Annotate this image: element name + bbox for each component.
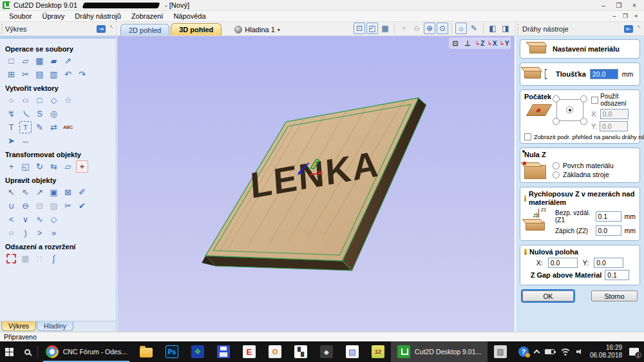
origin-bottom-left-radio[interactable]	[553, 118, 560, 125]
clock[interactable]: 16:29 06.08.2018	[590, 344, 622, 360]
taskbar-app-floppy[interactable]	[211, 341, 236, 362]
start-button[interactable]	[0, 341, 18, 362]
plunge-z-input[interactable]	[596, 225, 621, 236]
tray-expand-icon[interactable]	[534, 350, 540, 356]
menu-napoveda[interactable]: Nápověda	[168, 12, 211, 21]
top-view-z-icon[interactable]: ↳Z	[475, 38, 485, 48]
help-tray-icon[interactable]: ?	[518, 347, 529, 357]
trim-extend-icon[interactable]: »	[48, 227, 60, 239]
trim-overlap-icon[interactable]: ⊟	[33, 200, 46, 212]
menu-upravy[interactable]: Úpravy	[37, 12, 70, 21]
material-setup-button[interactable]: Nastavení materiálu	[520, 39, 640, 59]
paste-icon[interactable]: ▥	[48, 68, 60, 81]
restore-button[interactable]: ❐	[612, 1, 626, 10]
rotate-icon[interactable]: ↻	[33, 160, 46, 173]
speaker-icon[interactable]	[576, 348, 584, 355]
trace-bitmap-icon[interactable]: ➤	[5, 135, 17, 147]
origin-top-right-radio[interactable]	[580, 95, 587, 102]
fillet-icon[interactable]: ∨	[19, 213, 32, 225]
battery-icon[interactable]	[545, 349, 554, 354]
minimize-button[interactable]: –	[596, 1, 611, 10]
job-setup-icon[interactable]: ⊞	[5, 68, 17, 81]
node-edit-icon[interactable]: ⇖	[19, 186, 32, 198]
taskbar-app-photo[interactable]: ▚	[288, 341, 314, 362]
redo-icon[interactable]: ↷	[76, 68, 88, 81]
menu-soubor[interactable]: Soubor	[4, 12, 37, 21]
draw-polyline-icon[interactable]: ↯	[5, 108, 17, 120]
grid-toggle-icon[interactable]: ▦	[379, 23, 391, 34]
move-selection-icon[interactable]: +	[5, 160, 17, 173]
taskbar-app-chrome[interactable]: CNC Fórum - Odes...	[39, 341, 133, 362]
tab-drawing[interactable]: Výkres	[1, 321, 36, 331]
export-vectors-icon[interactable]: ⇗	[62, 55, 74, 67]
pin-toolpaths-icon[interactable]: ♩	[634, 24, 643, 33]
open-file-icon[interactable]: ▱	[19, 55, 32, 67]
dimension-icon[interactable]: ↔	[19, 135, 32, 147]
vector-path-icon[interactable]: ∫	[48, 252, 60, 265]
align-objects-icon[interactable]: ⌖	[76, 160, 88, 173]
menu-zobrazeni[interactable]: Zobrazení	[126, 12, 169, 21]
taskbar-app-photoshop[interactable]: Ps	[159, 341, 185, 362]
draw-texture-icon[interactable]: ◎	[48, 108, 60, 120]
text-box-icon[interactable]: T	[19, 121, 32, 133]
tab-3d-view[interactable]: 3D pohled	[171, 23, 222, 35]
side-view-y-icon[interactable]: ↳Y	[499, 38, 509, 48]
surface-zero-radio[interactable]	[553, 162, 560, 169]
iso-view-icon[interactable]: ⊡	[450, 38, 460, 48]
slice-vectors-icon[interactable]: ✂	[62, 200, 74, 212]
child-close-button[interactable]: ×	[631, 12, 641, 20]
taskbar-app-cut2d[interactable]: Cut2D Desktop 9.01...	[391, 341, 488, 362]
child-minimize-button[interactable]: –	[609, 12, 620, 20]
copy-icon[interactable]: ▤	[33, 68, 46, 81]
draw-polygon-icon[interactable]: ◇	[48, 94, 60, 106]
origin-y-input[interactable]	[600, 121, 628, 131]
mirror-icon[interactable]: ⇆	[48, 160, 60, 173]
dock-panel-icon[interactable]: ⇥	[97, 25, 106, 33]
taskbar-app-installer[interactable]: ▨	[488, 341, 513, 362]
wifi-icon[interactable]	[560, 348, 571, 356]
taskbar-search-button[interactable]	[18, 341, 36, 362]
origin-bottom-right-radio[interactable]	[580, 118, 587, 125]
offset-vectors-icon[interactable]	[6, 254, 16, 263]
close-vector-icon[interactable]: ◇	[48, 213, 60, 225]
new-file-icon[interactable]: □	[5, 55, 17, 67]
taskbar-app-red[interactable]: E	[236, 341, 262, 362]
dock-toolpaths-icon[interactable]: ⇤	[624, 25, 633, 33]
cancel-button[interactable]: Storno	[591, 291, 638, 301]
toggle-shading-icon[interactable]: ☼	[455, 23, 467, 34]
layer-selector[interactable]: Hladina 1 ▾	[231, 24, 284, 35]
undo-icon[interactable]: ↶	[62, 68, 74, 81]
taskbar-app-bluedoc[interactable]: ▤	[339, 341, 365, 362]
viewport-3d[interactable]: LENKA ⊡⊥↳Z↳X↳Y	[117, 36, 515, 332]
draw-arc-icon[interactable]: (	[17, 105, 34, 122]
toggle-left-panel-icon[interactable]: ◧	[487, 23, 498, 34]
set-size-icon[interactable]: ◱	[19, 160, 32, 173]
ok-button[interactable]: OK	[522, 291, 574, 301]
draw-curve-icon[interactable]: S	[33, 108, 46, 120]
import-vectors-icon[interactable]: ▰	[48, 55, 60, 67]
text-spacing-icon[interactable]: ⇄	[48, 121, 60, 133]
text-on-curve-icon[interactable]: ABC	[62, 121, 74, 133]
axes-3d-icon[interactable]: ⊥	[462, 38, 473, 48]
draw-text-icon[interactable]: T	[5, 121, 17, 133]
cut-icon[interactable]: ✂	[19, 68, 32, 81]
validate-vectors-icon[interactable]: ✔	[76, 200, 88, 212]
edit-points-icon[interactable]: ○	[5, 227, 17, 239]
toggle-right-panel-icon[interactable]: ◨	[500, 23, 511, 34]
child-restore-button[interactable]: ❐	[620, 12, 630, 20]
delete-objects-icon[interactable]: ⊠	[62, 186, 74, 198]
draw-ellipse-icon[interactable]: ○	[17, 94, 35, 106]
safe-z-input[interactable]	[596, 211, 621, 222]
home-y-input[interactable]	[594, 258, 623, 268]
measure-icon[interactable]: ✐	[76, 186, 88, 198]
use-offset-checkbox[interactable]	[591, 97, 598, 104]
hatch-fill-icon[interactable]: ▨	[48, 200, 60, 212]
bed-zero-radio[interactable]	[553, 171, 560, 178]
taskbar-app-inkscape[interactable]: ◆	[314, 341, 339, 362]
origin-x-input[interactable]	[600, 109, 629, 119]
zoom-extents-icon[interactable]: ⊡	[354, 23, 365, 34]
move-select-icon[interactable]: ↗	[33, 186, 46, 198]
taskbar-app-explorer[interactable]	[133, 341, 159, 362]
group-objects-icon[interactable]: ▣	[48, 186, 60, 198]
draw-rectangle-icon[interactable]: □	[33, 94, 46, 106]
